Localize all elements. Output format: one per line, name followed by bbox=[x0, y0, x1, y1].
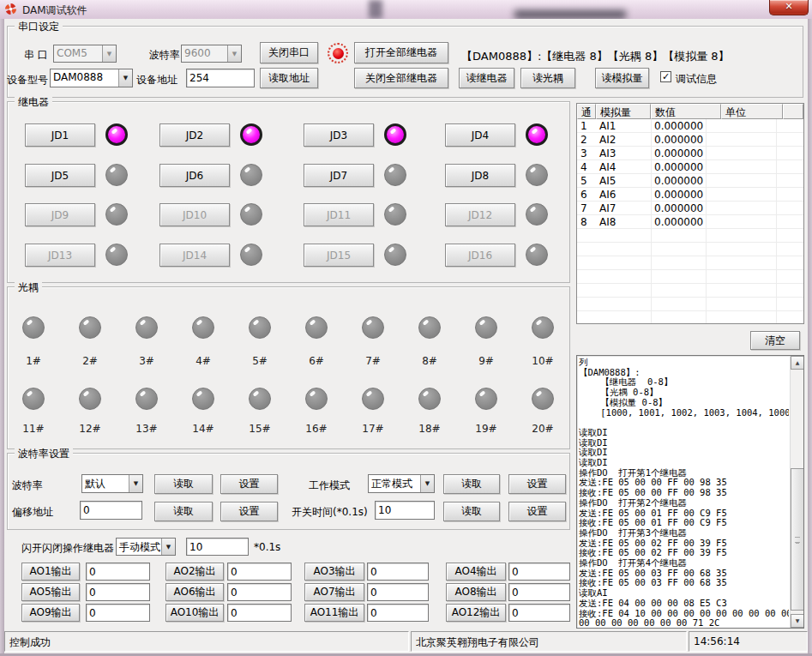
ao-output-button-10[interactable]: AO10输出 bbox=[165, 604, 224, 622]
read-analog-button[interactable]: 读模拟量 bbox=[595, 68, 649, 88]
chevron-down-icon[interactable]: ▼ bbox=[102, 45, 116, 62]
log-output[interactable]: 列 【DAM0888】: 【继电器 0-8】 【光耦 0-8】 【模拟量 0-8… bbox=[579, 358, 789, 628]
relay-button-jd1[interactable]: JD1 bbox=[25, 123, 95, 147]
relay-button-jd7[interactable]: JD7 bbox=[304, 164, 374, 187]
workmode-combo[interactable]: 正常模式 ▼ bbox=[368, 474, 435, 493]
ao-output-input-10[interactable] bbox=[227, 604, 292, 622]
model-combo[interactable]: DAM0888 ▼ bbox=[50, 69, 133, 87]
relay-button-jd8[interactable]: JD8 bbox=[445, 164, 515, 187]
relay-button-jd9[interactable]: JD9 bbox=[25, 203, 95, 226]
table-row[interactable]: 5AI50.000000 bbox=[577, 174, 803, 188]
relay-button-jd15[interactable]: JD15 bbox=[304, 244, 374, 267]
offset-read-button[interactable]: 读取 bbox=[154, 502, 213, 521]
ao-output-input-3[interactable] bbox=[367, 563, 429, 581]
ao-output-input-5[interactable] bbox=[86, 583, 150, 601]
ao-output-button-5[interactable]: AO5输出 bbox=[21, 583, 80, 601]
port-combo[interactable]: COM5 ▼ bbox=[53, 45, 117, 63]
ao-output-button-4[interactable]: AO4输出 bbox=[446, 563, 506, 581]
relay-button-jd6[interactable]: JD6 bbox=[159, 164, 230, 187]
debug-info-checkbox[interactable]: ✓ bbox=[660, 71, 671, 82]
ao-output-button-8[interactable]: AO8输出 bbox=[446, 583, 506, 601]
workmode-label: 工作模式 bbox=[309, 478, 350, 493]
ao-output-button-11[interactable]: AO11输出 bbox=[304, 604, 364, 622]
read-opto-button[interactable]: 读光耦 bbox=[520, 68, 575, 88]
log-scrollbar[interactable]: ▲ ▼ bbox=[790, 356, 803, 628]
relay-button-jd3[interactable]: JD3 bbox=[304, 123, 374, 147]
ao-output-input-7[interactable] bbox=[367, 583, 429, 601]
close-serial-button[interactable]: 关闭串口 bbox=[260, 42, 318, 63]
baudrate-combo[interactable]: 默认 ▼ bbox=[81, 474, 143, 493]
ao-output-input-4[interactable] bbox=[508, 563, 570, 581]
table-row[interactable]: 3AI30.000000 bbox=[577, 147, 803, 160]
scrollbar-thumb[interactable] bbox=[791, 468, 804, 611]
relay-button-jd16[interactable]: JD16 bbox=[445, 244, 515, 267]
analog-col-header[interactable]: 单位 bbox=[721, 104, 783, 119]
offset-set-button[interactable]: 设置 bbox=[220, 502, 278, 521]
chevron-down-icon[interactable]: ▼ bbox=[118, 69, 132, 87]
relay-button-jd13[interactable]: JD13 bbox=[25, 244, 95, 267]
switch-time-input[interactable] bbox=[375, 501, 435, 520]
ao-output-input-8[interactable] bbox=[508, 583, 570, 601]
analog-col-header[interactable] bbox=[783, 104, 803, 119]
chevron-down-icon[interactable]: ▼ bbox=[227, 45, 241, 62]
opto-led-16 bbox=[305, 388, 328, 410]
read-addr-button[interactable]: 读取地址 bbox=[260, 68, 318, 88]
opto-label-9: 9# bbox=[469, 355, 503, 367]
ao-output-button-7[interactable]: AO7输出 bbox=[304, 583, 364, 601]
relay-button-jd11[interactable]: JD11 bbox=[304, 203, 374, 226]
ao-output-button-9[interactable]: AO9输出 bbox=[21, 604, 80, 622]
ao-output-button-6[interactable]: AO6输出 bbox=[165, 583, 224, 601]
opto-label-18: 18# bbox=[412, 423, 447, 435]
switchtime-set-button[interactable]: 设置 bbox=[508, 502, 566, 521]
relay-button-jd10[interactable]: JD10 bbox=[159, 203, 230, 226]
relay-button-jd12[interactable]: JD12 bbox=[445, 203, 515, 226]
relay-led-6 bbox=[240, 164, 262, 186]
flash-mode-combo[interactable]: 手动模式 ▼ bbox=[116, 538, 176, 556]
analog-col-header[interactable]: 数值 bbox=[651, 104, 721, 119]
scroll-down-button[interactable]: ▼ bbox=[791, 614, 804, 628]
table-row[interactable]: 6AI60.000000 bbox=[577, 188, 803, 202]
ao-output-input-11[interactable] bbox=[367, 604, 429, 622]
read-relay-button[interactable]: 读继电器 bbox=[459, 68, 514, 88]
chevron-down-icon[interactable]: ▼ bbox=[161, 539, 175, 555]
relay-button-jd14[interactable]: JD14 bbox=[159, 244, 230, 267]
baudrate-set-button[interactable]: 设置 bbox=[220, 474, 278, 494]
device-addr-input[interactable] bbox=[186, 69, 255, 87]
workmode-set-button[interactable]: 设置 bbox=[508, 474, 566, 494]
ao-output-input-2[interactable] bbox=[227, 563, 292, 581]
close-all-relays-button[interactable]: 关闭全部继电器 bbox=[354, 68, 448, 88]
analog-col-header[interactable]: 模拟量 bbox=[596, 104, 651, 119]
table-row[interactable]: 1AI10.000000 bbox=[577, 119, 803, 133]
baudrate-read-button[interactable]: 读取 bbox=[154, 474, 213, 494]
relay-button-jd4[interactable]: JD4 bbox=[445, 123, 515, 147]
switchtime-read-button[interactable]: 读取 bbox=[443, 502, 500, 521]
flash-time-input[interactable] bbox=[186, 538, 249, 556]
ao-output-input-12[interactable] bbox=[508, 604, 570, 622]
ao-output-button-3[interactable]: AO3输出 bbox=[304, 563, 364, 581]
table-row[interactable]: 2AI20.000000 bbox=[577, 133, 803, 147]
analog-col-header[interactable]: 通 bbox=[577, 104, 596, 119]
table-row[interactable]: 8AI80.000000 bbox=[577, 215, 803, 229]
ao-output-input-6[interactable] bbox=[227, 583, 292, 601]
open-all-relays-button[interactable]: 打开全部继电器 bbox=[354, 42, 448, 63]
relay-group: 继电器 JD1JD2JD3JD4JD5JD6JD7JD8JD9JD10JD11J… bbox=[7, 101, 570, 283]
chevron-down-icon[interactable]: ▼ bbox=[420, 475, 434, 492]
ao-output-button-2[interactable]: AO2输出 bbox=[165, 563, 224, 581]
workmode-read-button[interactable]: 读取 bbox=[443, 474, 500, 494]
table-row[interactable]: 4AI40.000000 bbox=[577, 160, 803, 174]
close-button[interactable]: ✕ bbox=[769, 0, 809, 15]
clear-log-button[interactable]: 清空 bbox=[750, 331, 800, 350]
table-cell: 4 bbox=[577, 160, 596, 174]
ao-output-button-12[interactable]: AO12输出 bbox=[446, 604, 506, 622]
relay-button-jd2[interactable]: JD2 bbox=[159, 123, 230, 147]
opto-label-2: 2# bbox=[73, 355, 107, 367]
baud-combo[interactable]: 9600 ▼ bbox=[181, 45, 242, 63]
chevron-down-icon[interactable]: ▼ bbox=[129, 475, 142, 492]
ao-output-button-1[interactable]: AO1输出 bbox=[21, 563, 80, 581]
relay-button-jd5[interactable]: JD5 bbox=[25, 164, 95, 187]
ao-output-input-1[interactable] bbox=[86, 563, 150, 581]
table-row[interactable]: 7AI70.000000 bbox=[577, 202, 803, 215]
offset-addr-input[interactable] bbox=[80, 501, 142, 520]
scroll-up-button[interactable]: ▲ bbox=[791, 356, 804, 370]
ao-output-input-9[interactable] bbox=[86, 604, 150, 622]
